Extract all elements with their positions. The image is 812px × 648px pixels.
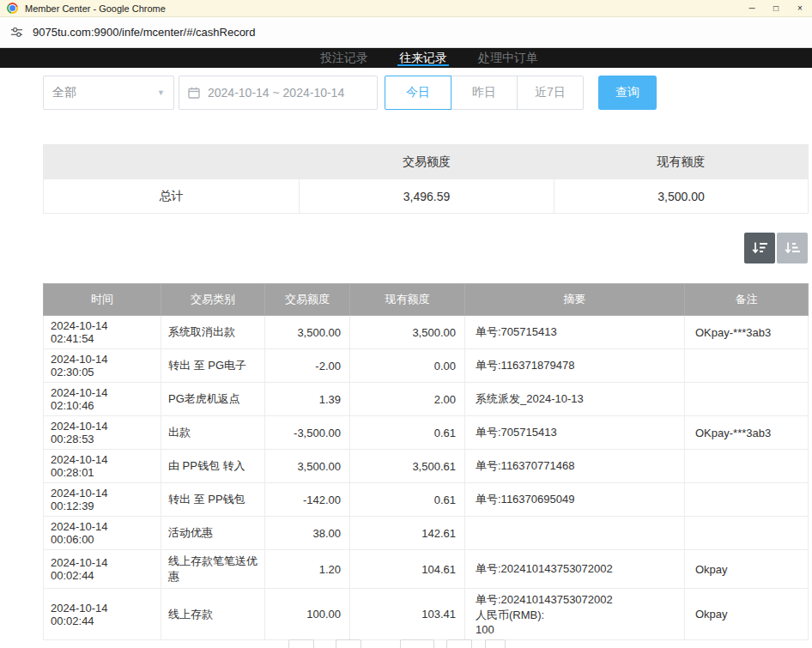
cell-summary: 单号:705715413	[465, 416, 685, 450]
cell-amount: 100.00	[265, 589, 350, 640]
cell-type: 由 PP钱包 转入	[161, 450, 265, 483]
calendar-icon	[188, 87, 200, 99]
col-header-balance: 现有额度	[350, 284, 465, 316]
cash-record-table: 时间 交易类别 交易额度 现有额度 摘要 备注 2024-10-14 02:41…	[43, 283, 809, 640]
cell-time: 2024-10-14 00:06:00	[44, 517, 161, 550]
cell-summary: 单号:202410143753072002	[465, 550, 685, 589]
summary-trade-total: 3,496.59	[300, 179, 554, 214]
date-range-value: 2024-10-14 ~ 2024-10-14	[208, 86, 344, 100]
maximize-button[interactable]: □	[764, 0, 788, 16]
cell-amount: 3,500.00	[265, 316, 350, 349]
table-row: 2024-10-14 00:02:44 线上存款 100.00 103.41 单…	[44, 589, 809, 640]
pagination-page-button[interactable]	[336, 639, 361, 648]
query-button[interactable]: 查询	[598, 76, 657, 110]
cell-summary: 系统派发_2024-10-13	[465, 383, 685, 416]
cell-balance: 3,500.61	[350, 450, 465, 483]
pagination-size-select[interactable]	[400, 639, 434, 648]
chevron-down-icon: ▼	[157, 88, 165, 97]
summary-total-label: 总计	[44, 179, 300, 214]
summary-header-empty	[44, 145, 300, 179]
cell-time: 2024-10-14 00:28:53	[44, 416, 161, 450]
window-title: Member Center - Google Chrome	[25, 3, 166, 14]
cell-amount: 1.39	[265, 383, 350, 416]
cell-summary: 单号:116371879478	[465, 349, 685, 383]
date-range-input[interactable]: 2024-10-14 ~ 2024-10-14	[179, 76, 378, 110]
cell-amount: -3,500.00	[265, 416, 350, 450]
cell-type: 转出 至 PP钱包	[161, 483, 265, 517]
tab-betting-records[interactable]: 投注记录	[318, 48, 370, 68]
cell-amount: -142.00	[265, 483, 350, 517]
top-navbar: 投注记录 往来记录 处理中订单	[0, 48, 812, 68]
col-header-summary: 摘要	[465, 284, 685, 316]
table-row: 2024-10-14 00:12:39 转出 至 PP钱包 -142.00 0.…	[44, 483, 809, 517]
sort-buttons	[744, 233, 808, 263]
cell-remark: Okpay	[685, 589, 809, 640]
table-header-row: 时间 交易类别 交易额度 现有额度 摘要 备注	[44, 284, 809, 316]
filter-row: 全部 ▼ 2024-10-14 ~ 2024-10-14 今日 昨日 近7日 查…	[43, 76, 657, 110]
browser-titlebar: Member Center - Google Chrome ─ □ ×	[0, 0, 812, 17]
cell-amount: -2.00	[265, 349, 350, 383]
cell-remark	[685, 450, 809, 483]
col-header-time: 时间	[44, 284, 161, 316]
col-header-type: 交易类别	[161, 284, 265, 316]
cell-time: 2024-10-14 02:41:54	[44, 316, 161, 349]
address-bar[interactable]: 9075tu.com:9900/infe/mcenter/#/cashRecor…	[0, 17, 812, 48]
sort-ascending-icon	[784, 241, 801, 255]
sort-descending-button[interactable]	[744, 233, 775, 263]
table-row: 2024-10-14 02:41:54 系统取消出款 3,500.00 3,50…	[44, 316, 809, 349]
cell-remark	[685, 349, 809, 383]
nav-tabs: 投注记录 往来记录 处理中订单	[318, 48, 540, 68]
summary-header-balance: 现有额度	[554, 145, 809, 179]
cell-time: 2024-10-14 00:12:39	[44, 483, 161, 517]
category-select[interactable]: 全部 ▼	[43, 76, 174, 110]
cell-amount: 3,500.00	[265, 450, 350, 483]
summary-balance-total: 3,500.00	[554, 179, 809, 214]
tab-cash-records[interactable]: 往来记录	[397, 48, 449, 68]
cell-type: 线上存款	[161, 589, 265, 640]
quick-date-buttons: 今日 昨日 近7日	[385, 76, 584, 110]
cell-balance: 142.61	[350, 517, 465, 550]
cell-type: 系统取消出款	[161, 316, 265, 349]
cell-time: 2024-10-14 00:02:44	[44, 550, 161, 589]
cell-remark: OKpay-***3ab3	[685, 416, 809, 450]
pagination-next-button[interactable]	[446, 639, 472, 648]
cell-time: 2024-10-14 00:02:44	[44, 589, 161, 640]
table-row: 2024-10-14 00:28:01 由 PP钱包 转入 3,500.00 3…	[44, 450, 809, 483]
cell-summary	[465, 517, 685, 550]
close-button[interactable]: ×	[788, 0, 812, 16]
summary-header-trade: 交易额度	[300, 145, 554, 179]
pagination-jump-button[interactable]	[485, 639, 506, 648]
col-header-amount: 交易额度	[265, 284, 350, 316]
cell-type: PG老虎机返点	[161, 383, 265, 416]
summary-header-row: 交易额度 现有额度	[44, 145, 809, 179]
cell-remark	[685, 383, 809, 416]
url-text[interactable]: 9075tu.com:9900/infe/mcenter/#/cashRecor…	[33, 26, 255, 39]
table-row: 2024-10-14 00:28:53 出款 -3,500.00 0.61 单号…	[44, 416, 809, 450]
cell-remark: Okpay	[685, 550, 809, 589]
pagination-prev-button[interactable]	[288, 639, 314, 648]
table-row: 2024-10-14 00:02:44 线上存款笔笔送优惠 1.20 104.6…	[44, 550, 809, 589]
today-button[interactable]: 今日	[385, 76, 451, 110]
summary-table: 交易额度 现有额度 总计 3,496.59 3,500.00	[43, 144, 809, 214]
col-header-remark: 备注	[685, 284, 809, 316]
cell-balance: 3,500.00	[350, 316, 465, 349]
cell-summary: 单号:116370771468	[465, 450, 685, 483]
last7days-button[interactable]: 近7日	[517, 76, 584, 110]
cell-amount: 1.20	[265, 550, 350, 589]
cell-balance: 0.00	[350, 349, 465, 383]
cell-balance: 104.61	[350, 550, 465, 589]
cell-balance: 0.61	[350, 416, 465, 450]
cell-remark	[685, 483, 809, 517]
table-row: 2024-10-14 02:30:05 转出 至 PG电子 -2.00 0.00…	[44, 349, 809, 383]
cell-time: 2024-10-14 02:10:46	[44, 383, 161, 416]
cell-type: 转出 至 PG电子	[161, 349, 265, 383]
cell-time: 2024-10-14 02:30:05	[44, 349, 161, 383]
cell-balance: 2.00	[350, 383, 465, 416]
summary-total-row: 总计 3,496.59 3,500.00	[44, 179, 809, 214]
minimize-button[interactable]: ─	[740, 0, 764, 16]
cell-type: 线上存款笔笔送优惠	[161, 550, 265, 589]
yesterday-button[interactable]: 昨日	[451, 76, 518, 110]
tab-processing-orders[interactable]: 处理中订单	[476, 48, 540, 68]
sort-ascending-button[interactable]	[777, 233, 808, 263]
site-settings-icon[interactable]	[10, 26, 23, 39]
